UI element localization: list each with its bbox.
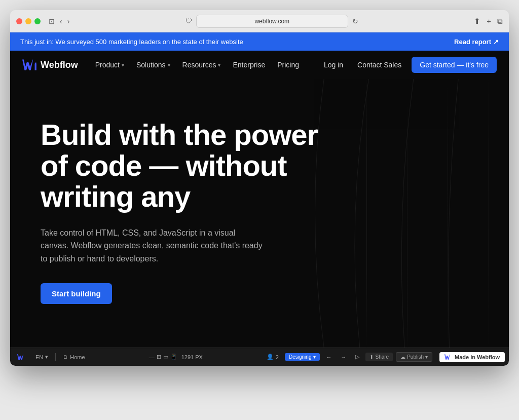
nav-enterprise[interactable]: Enterprise — [228, 58, 270, 72]
toolbar-viewport-controls[interactable]: — ⊞ ▭ 📱 1291 PX — [146, 352, 206, 362]
made-in-webflow-badge[interactable]: Made in Webflow — [439, 352, 505, 362]
toolbar-publish-button[interactable]: ☁ Publish ▾ — [396, 352, 432, 362]
nav-solutions[interactable]: Solutions ▾ — [131, 58, 175, 72]
new-tab-icon[interactable]: + — [487, 17, 491, 25]
made-in-webflow-text: Made in Webflow — [455, 354, 500, 360]
toolbar-right: 👤 2 Designing ▾ ← → ▷ ⬆ Share ☁ Publish — [264, 352, 505, 362]
read-report-arrow: ↗ — [493, 38, 499, 46]
minimize-button[interactable] — [25, 18, 31, 24]
hero-subtitle: Take control of HTML, CSS, and JavaScrip… — [41, 226, 264, 265]
read-report-button[interactable]: Read report ↗ — [454, 38, 499, 46]
share-icon[interactable]: ⬆ — [474, 17, 480, 26]
titlebar-center: 🛡 webflow.com ↻ — [73, 15, 470, 28]
maximize-button[interactable] — [34, 18, 41, 24]
webflow-logo[interactable]: Webflow — [22, 59, 78, 70]
nav-controls: ⊡ ‹ › — [49, 17, 69, 25]
hero-content: Build with the power of code — without w… — [41, 120, 324, 304]
toolbar-preview[interactable]: ▷ — [352, 352, 362, 362]
login-button[interactable]: Log in — [320, 58, 347, 72]
back-icon[interactable]: ‹ — [60, 17, 62, 25]
browser-window: ⊡ ‹ › 🛡 webflow.com ↻ ⬆ + ⧉ This just in… — [10, 10, 509, 366]
navbar-right: Log in Contact Sales Get started — it's … — [320, 57, 497, 73]
titlebar-right: ⬆ + ⧉ — [474, 17, 503, 26]
toolbar-logo-icon — [17, 354, 25, 360]
announcement-text: This just in: We surveyed 500 marketing … — [20, 38, 243, 46]
toolbar-undo[interactable]: ← — [323, 353, 335, 362]
toolbar-share-button[interactable]: ⬆ Share — [365, 353, 393, 361]
traffic-lights — [16, 18, 41, 24]
toolbar-webflow-logo[interactable] — [14, 353, 28, 362]
start-building-button[interactable]: Start building — [41, 283, 112, 304]
contact-sales-button[interactable]: Contact Sales — [353, 58, 405, 72]
navbar: Webflow Product ▾ Solutions ▾ Resources … — [10, 51, 509, 79]
toolbar-mode-badge[interactable]: Designing ▾ — [285, 353, 320, 361]
shield-icon: 🛡 — [186, 17, 192, 25]
toolbar-users[interactable]: 👤 2 — [264, 352, 282, 362]
toolbar-viewport-size: 1291 PX — [181, 354, 203, 360]
read-report-label: Read report — [454, 38, 491, 46]
nav-resources[interactable]: Resources ▾ — [177, 58, 226, 72]
nav-product[interactable]: Product ▾ — [90, 58, 129, 72]
hero-section: Build with the power of code — without w… — [10, 79, 509, 348]
bottom-toolbar: EN ▾ 🗋 Home — ⊞ ▭ 📱 1291 PX 👤 — [10, 348, 509, 366]
announcement-bar: This just in: We surveyed 500 marketing … — [10, 32, 509, 51]
toolbar-center: — ⊞ ▭ 📱 1291 PX — [92, 352, 260, 362]
toolbar-page-text: Home — [70, 354, 85, 360]
toolbar-language[interactable]: EN ▾ — [32, 352, 51, 362]
refresh-icon[interactable]: ↻ — [352, 17, 358, 25]
product-chevron-icon: ▾ — [122, 62, 124, 68]
nav-pricing[interactable]: Pricing — [272, 58, 304, 72]
toolbar-divider-1 — [55, 353, 56, 361]
url-text: webflow.com — [254, 18, 289, 25]
toolbar-redo[interactable]: → — [338, 353, 349, 362]
close-button[interactable] — [16, 18, 22, 24]
toolbar-mode-text: Designing — [289, 354, 311, 360]
sidebar-toggle-icon[interactable]: ⊡ — [49, 17, 55, 25]
forward-icon[interactable]: › — [67, 17, 70, 25]
browser-content: This just in: We surveyed 500 marketing … — [10, 32, 509, 366]
made-in-webflow-icon — [444, 354, 452, 360]
get-started-button[interactable]: Get started — it's free — [412, 57, 497, 73]
toolbar-lang-chevron: ▾ — [45, 354, 48, 360]
navbar-left: Webflow Product ▾ Solutions ▾ Resources … — [22, 58, 304, 72]
solutions-chevron-icon: ▾ — [168, 62, 170, 68]
resources-chevron-icon: ▾ — [218, 62, 220, 68]
toolbar-lang-text: EN — [35, 354, 43, 360]
titlebar: ⊡ ‹ › 🛡 webflow.com ↻ ⬆ + ⧉ — [10, 10, 509, 32]
toolbar-share-icon: ⬆ — [369, 354, 374, 360]
toolbar-page[interactable]: 🗋 Home — [60, 353, 88, 362]
toolbar-publish-icon: ☁ — [400, 354, 405, 360]
webflow-logo-text: Webflow — [41, 60, 78, 70]
webflow-logo-icon — [22, 59, 36, 70]
hero-title: Build with the power of code — without w… — [41, 120, 324, 212]
url-bar[interactable]: webflow.com — [196, 15, 348, 28]
tabs-icon[interactable]: ⧉ — [497, 17, 503, 26]
nav-links: Product ▾ Solutions ▾ Resources ▾ Enterp… — [90, 58, 304, 72]
